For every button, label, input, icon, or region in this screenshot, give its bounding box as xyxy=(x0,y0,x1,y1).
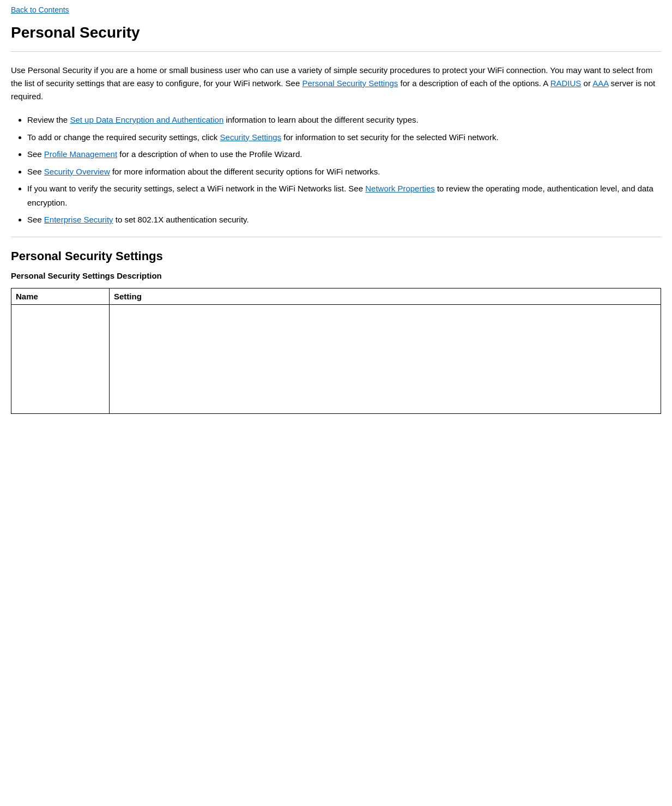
middle-divider xyxy=(11,237,661,237)
table-cell-name xyxy=(11,304,110,413)
settings-table: Name Setting xyxy=(11,288,661,414)
top-divider xyxy=(11,51,661,52)
intro-paragraph: Use Personal Security if you are a home … xyxy=(11,64,661,103)
section2-title: Personal Security Settings xyxy=(11,249,661,263)
table-row xyxy=(11,304,661,413)
aaa-link[interactable]: AAA xyxy=(592,79,608,88)
table-header-setting: Setting xyxy=(110,288,661,304)
page-title: Personal Security xyxy=(11,24,661,41)
set-up-data-encryption-link[interactable]: Set up Data Encryption and Authenticatio… xyxy=(70,115,223,124)
list-item: See Enterprise Security to set 802.1X au… xyxy=(27,213,661,227)
list-item: See Profile Management for a description… xyxy=(27,147,661,161)
enterprise-security-link[interactable]: Enterprise Security xyxy=(44,215,113,224)
network-properties-link[interactable]: Network Properties xyxy=(365,184,435,193)
back-to-contents-link[interactable]: Back to Contents xyxy=(11,5,661,14)
security-overview-link[interactable]: Security Overview xyxy=(44,167,110,176)
list-item: To add or change the required security s… xyxy=(27,130,661,145)
subsection-title: Personal Security Settings Description xyxy=(11,271,661,280)
list-item: Review the Set up Data Encryption and Au… xyxy=(27,113,661,127)
personal-security-settings-link[interactable]: Personal Security Settings xyxy=(302,79,398,88)
list-item: See Security Overview for more informati… xyxy=(27,165,661,179)
bullet-list: Review the Set up Data Encryption and Au… xyxy=(27,113,661,227)
radius-link[interactable]: RADIUS xyxy=(550,79,582,88)
security-settings-link[interactable]: Security Settings xyxy=(220,133,282,142)
table-cell-setting xyxy=(110,304,661,413)
profile-management-link[interactable]: Profile Management xyxy=(44,149,117,159)
table-header-name: Name xyxy=(11,288,110,304)
list-item: If you want to verify the security setti… xyxy=(27,182,661,209)
